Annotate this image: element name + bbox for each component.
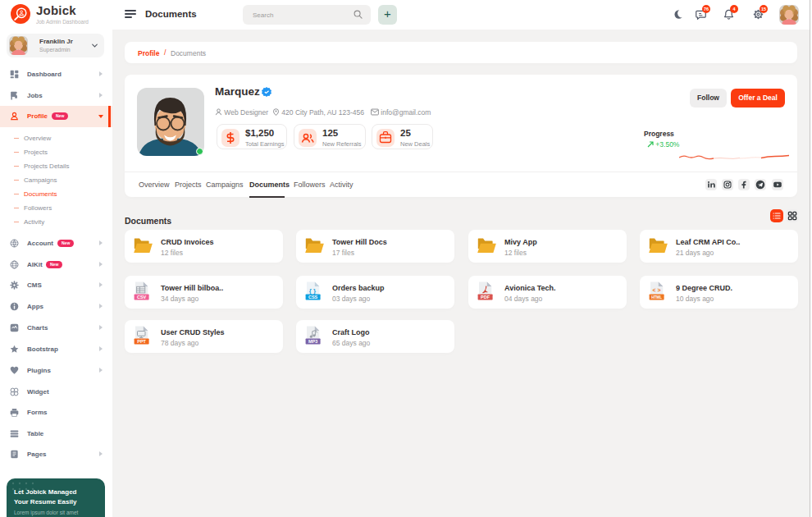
svg-text:MP3: MP3 <box>308 339 317 344</box>
svg-text:CSV: CSV <box>137 295 147 300</box>
svg-text:HTML: HTML <box>651 295 662 300</box>
svg-text:PPT: PPT <box>137 339 146 344</box>
svg-text:{ }: { } <box>309 286 316 294</box>
svg-text:CSS: CSS <box>308 295 318 300</box>
svg-text:PDF: PDF <box>481 295 490 300</box>
svg-text:< >: < > <box>653 287 661 293</box>
